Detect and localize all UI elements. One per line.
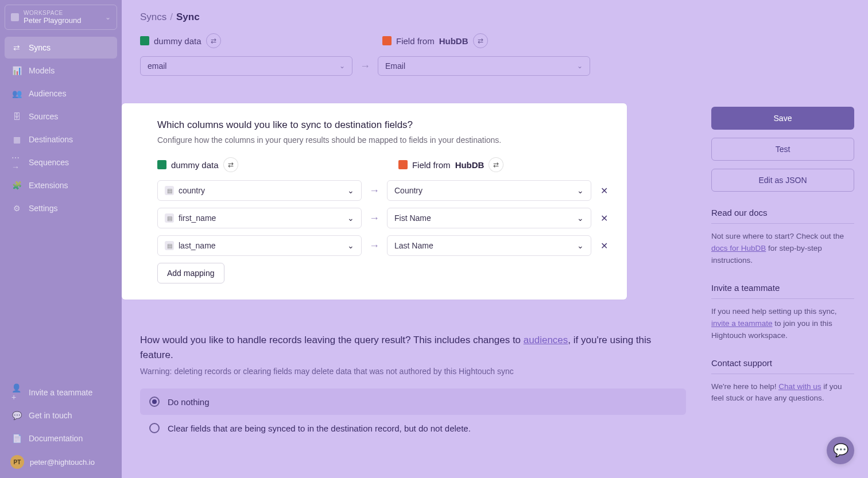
swap-icon[interactable]: ⇄ [206,33,221,48]
chevron-down-icon: ⌄ [347,241,354,250]
chevron-down-icon: ⌄ [577,241,584,250]
mapping-card: Which columns would you like to sync to … [122,103,627,300]
remove-mapping-button[interactable]: ✕ [598,185,610,196]
mapping-row: ▤last_name ⌄ → Last Name ⌄ ✕ [157,235,610,256]
sidebar-item-syncs[interactable]: ⇄Syncs [5,37,117,59]
audiences-link[interactable]: audiences [524,335,568,345]
top-source-select[interactable]: email ⌄ [140,56,352,76]
nav-icon: 💬 [11,410,22,421]
sidebar-item-extensions[interactable]: 🧩Extensions [5,174,117,196]
destination-icon [398,160,408,169]
source-icon [157,160,166,169]
chevron-down-icon: ⌄ [577,62,583,70]
swap-icon[interactable]: ⇄ [489,157,503,172]
user-email: peter@hightouch.io [30,458,95,467]
source-column-select[interactable]: ▤first_name ⌄ [157,208,362,228]
radio-label: Do nothing [168,397,210,407]
sidebar-item-documentation[interactable]: 📄Documentation [5,428,117,449]
nav-icon: ⇄ [11,42,22,53]
workspace-selector[interactable]: WORKSPACE Peter Playground ⌄ [5,5,117,30]
invite-block: Invite a teammate If you need help setti… [711,283,854,342]
records-warning: Warning: deleting records or clearing fi… [140,367,686,376]
sidebar-item-models[interactable]: 📊Models [5,60,117,81]
chat-bubble[interactable]: 💬 [827,437,854,464]
sidebar-item-destinations[interactable]: ▦Destinations [5,129,117,150]
top-dest-prefix: Field from [396,36,435,46]
remove-mapping-button[interactable]: ✕ [598,240,610,251]
remove-mapping-button[interactable]: ✕ [598,213,610,224]
sidebar-item-audiences[interactable]: 👥Audiences [5,83,117,104]
card-title: Which columns would you like to sync to … [157,119,610,131]
mapping-row: ▤country ⌄ → Country ⌄ ✕ [157,180,610,201]
breadcrumb-parent[interactable]: Syncs [140,11,166,23]
source-column-select[interactable]: ▤country ⌄ [157,180,362,201]
save-button[interactable]: Save [711,107,854,130]
user-row[interactable]: PT peter@hightouch.io [5,450,117,473]
swap-icon[interactable]: ⇄ [473,33,488,48]
chevron-down-icon: ⌄ [105,13,111,21]
chevron-down-icon: ⌄ [347,213,354,223]
nav-label: Destinations [29,135,73,144]
arrow-right-icon: → [359,60,371,72]
nav-icon: 🗄 [11,111,22,122]
nav-label: Extensions [29,181,68,190]
docs-block: Read our docs Not sure where to start? C… [711,208,854,267]
sidebar-item-invite-a-teammate[interactable]: 👤+Invite a teammate [5,382,117,403]
chevron-down-icon: ⌄ [577,213,584,223]
chevron-down-icon: ⌄ [577,186,584,195]
add-mapping-button[interactable]: Add mapping [157,263,224,283]
dest-field-select[interactable]: Fist Name ⌄ [387,208,591,228]
nav-icon: ⚙ [11,203,22,213]
card-subtitle: Configure how the columns in your query … [157,135,610,145]
mapping-row: ▤first_name ⌄ → Fist Name ⌄ ✕ [157,208,610,228]
records-section: How would you like to handle records lea… [140,333,686,441]
chevron-down-icon: ⌄ [347,186,354,195]
nav-icon: 👥 [11,88,22,99]
card-dest-name: HubDB [455,160,485,170]
column-icon: ▤ [165,241,174,250]
support-block: Contact support We're here to help! Chat… [711,358,854,405]
nav-icon: ⋯→ [11,157,22,168]
breadcrumb-current: Sync [176,11,200,23]
source-icon [140,36,149,45]
sidebar-item-settings[interactable]: ⚙Settings [5,197,117,219]
radio-label: Clear fields that are being synced to in… [168,423,471,433]
sidebar-item-sources[interactable]: 🗄Sources [5,106,117,127]
sidebar-item-sequences[interactable]: ⋯→Sequences [5,151,117,173]
nav-label: Invite a teammate [29,388,92,397]
radio-icon [149,423,160,433]
breadcrumb: Syncs / Sync [140,11,686,23]
radio-icon [149,397,160,407]
nav-icon: ▦ [11,134,22,145]
dest-field-select[interactable]: Country ⌄ [387,180,591,201]
top-source-label: dummy data [154,36,202,46]
radio-option[interactable]: Clear fields that are being synced to in… [140,415,686,441]
sidebar-item-get-in-touch[interactable]: 💬Get in touch [5,405,117,426]
chat-link[interactable]: Chat with us [778,382,821,391]
nav-label: Sequences [29,158,69,167]
edit-json-button[interactable]: Edit as JSON [711,169,854,192]
test-button[interactable]: Test [711,138,854,161]
right-panel: Save Test Edit as JSON Read our docs Not… [704,0,868,478]
dest-field-select[interactable]: Last Name ⌄ [387,235,591,256]
radio-option[interactable]: Do nothing [140,388,686,415]
records-question: How would you like to handle records lea… [140,333,686,362]
avatar: PT [10,455,24,469]
swap-icon[interactable]: ⇄ [223,157,238,172]
destination-icon [382,36,392,45]
workspace-icon [11,13,19,21]
arrow-right-icon: → [369,240,380,252]
breadcrumb-sep: / [170,11,173,23]
invite-link[interactable]: invite a teammate [711,319,773,328]
sidebar: WORKSPACE Peter Playground ⌄ ⇄Syncs📊Mode… [0,0,122,478]
column-icon: ▤ [165,186,174,195]
docs-link[interactable]: docs for HubDB [711,244,766,252]
source-column-select[interactable]: ▤last_name ⌄ [157,235,362,256]
workspace-name: Peter Playground [24,16,100,25]
nav-icon: 📄 [11,433,22,444]
nav-label: Settings [29,204,58,213]
top-dest-select[interactable]: Email ⌄ [378,56,590,76]
workspace-label: WORKSPACE [24,10,100,16]
column-icon: ▤ [165,213,174,223]
nav-label: Audiences [29,89,66,98]
